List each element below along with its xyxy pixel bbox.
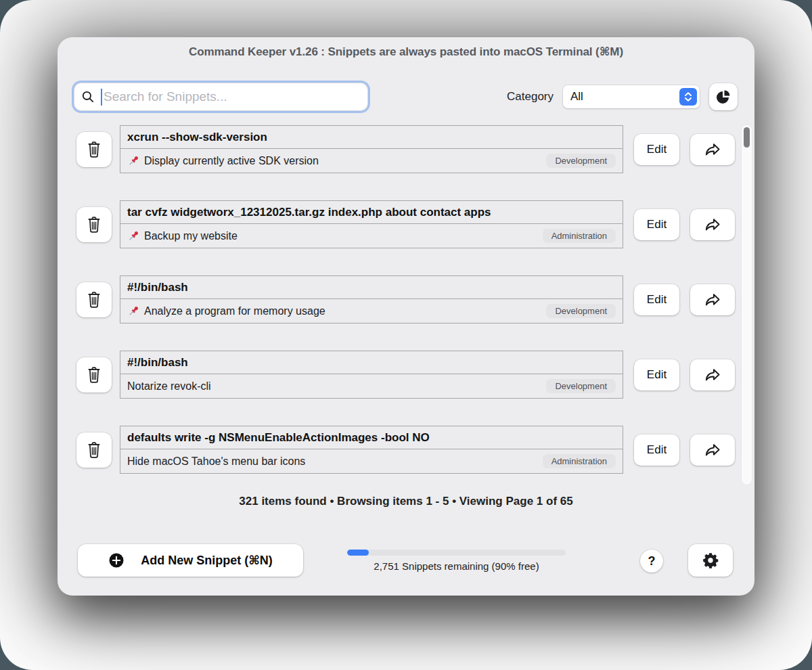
- snippet-description: Hide macOS Tahoe's menu bar icons: [127, 455, 305, 468]
- snippet-card[interactable]: tar cvfz widgetworx_12312025.tar.gz inde…: [120, 200, 623, 248]
- snippet-list: xcrun --show-sdk-version Display current…: [76, 125, 735, 501]
- progress-caption: 2,751 Snippets remaining (90% free): [347, 560, 566, 572]
- stats-pie-button[interactable]: [709, 83, 738, 110]
- trash-icon: [85, 365, 103, 384]
- snippet-command: tar cvfz widgetworx_12312025.tar.gz inde…: [120, 201, 623, 224]
- share-snippet-button[interactable]: [690, 134, 735, 165]
- snippet-row: #!/bin/bash Notarize revok-cli Developme…: [76, 351, 735, 399]
- delete-snippet-button[interactable]: [76, 432, 112, 468]
- share-icon: [704, 441, 722, 459]
- snippet-description: Backup my website: [144, 230, 238, 242]
- snippet-command: #!/bin/bash: [120, 351, 623, 374]
- category-badge: Development: [546, 154, 616, 168]
- status-line: 321 items found • Browsing items 1 - 5 •…: [58, 495, 754, 508]
- storage-progress: 2,751 Snippets remaining (90% free): [347, 550, 566, 572]
- snippet-meta: Backup my website Administration: [120, 224, 623, 248]
- share-icon: [704, 140, 722, 158]
- snippet-card[interactable]: #!/bin/bash Notarize revok-cli Developme…: [120, 351, 623, 399]
- snippet-card[interactable]: xcrun --show-sdk-version Display current…: [120, 125, 623, 173]
- category-badge: Administration: [543, 229, 616, 243]
- add-snippet-label: Add New Snippet (⌘N): [141, 553, 273, 568]
- category-group: Category All: [507, 83, 738, 110]
- category-select[interactable]: All: [563, 85, 700, 108]
- delete-snippet-button[interactable]: [76, 357, 112, 393]
- screenshot-canvas: Command Keeper v1.26 : Snippets are alwa…: [0, 0, 812, 670]
- edit-snippet-button[interactable]: Edit: [634, 209, 679, 240]
- search-field[interactable]: [74, 83, 367, 110]
- pushpin-icon: [127, 229, 140, 242]
- delete-snippet-button[interactable]: [76, 132, 112, 167]
- progress-bar: [347, 550, 566, 556]
- plus-icon: [108, 552, 125, 568]
- snippet-row: xcrun --show-sdk-version Display current…: [76, 125, 735, 173]
- category-badge: Development: [546, 379, 616, 393]
- window-title: Command Keeper v1.26 : Snippets are alwa…: [58, 45, 754, 59]
- delete-snippet-button[interactable]: [76, 207, 112, 242]
- edit-snippet-button[interactable]: Edit: [634, 134, 679, 165]
- snippet-card[interactable]: defaults write -g NSMenuEnableActionImag…: [120, 426, 623, 474]
- snippet-row: defaults write -g NSMenuEnableActionImag…: [76, 426, 735, 474]
- snippet-meta: Analyze a program for memory usage Devel…: [120, 299, 623, 323]
- category-selected-value: All: [570, 90, 583, 104]
- share-snippet-button[interactable]: [690, 434, 735, 466]
- pushpin-icon: [127, 305, 140, 317]
- trash-icon: [85, 441, 103, 460]
- select-stepper-icon: [679, 88, 697, 106]
- pie-chart-icon: [715, 89, 731, 105]
- trash-icon: [85, 140, 103, 159]
- snippet-description: Analyze a program for memory usage: [144, 305, 325, 317]
- gear-icon: [702, 552, 719, 569]
- category-badge: Administration: [543, 454, 616, 468]
- share-icon: [704, 290, 722, 309]
- snippet-card[interactable]: #!/bin/bash Analyze a program for memory…: [120, 275, 623, 323]
- delete-snippet-button[interactable]: [76, 282, 112, 317]
- settings-button[interactable]: [688, 544, 733, 577]
- search-input[interactable]: [102, 89, 361, 104]
- help-button[interactable]: ?: [640, 550, 663, 573]
- search-icon: [81, 90, 95, 104]
- snippet-command: xcrun --show-sdk-version: [120, 126, 623, 149]
- snippet-row: #!/bin/bash Analyze a program for memory…: [76, 275, 735, 323]
- trash-icon: [85, 290, 103, 309]
- share-icon: [704, 365, 722, 384]
- snippet-meta: Display currently active SDK version Dev…: [120, 149, 623, 173]
- edit-snippet-button[interactable]: Edit: [634, 434, 679, 466]
- snippet-command: defaults write -g NSMenuEnableActionImag…: [120, 426, 623, 449]
- category-badge: Development: [546, 304, 616, 318]
- share-icon: [704, 215, 722, 233]
- snippet-meta: Notarize revok-cli Development: [120, 374, 623, 398]
- progress-fill: [347, 550, 369, 556]
- share-snippet-button[interactable]: [690, 359, 735, 390]
- share-snippet-button[interactable]: [690, 209, 735, 240]
- snippet-command: #!/bin/bash: [120, 276, 623, 299]
- scrollbar-thumb[interactable]: [744, 127, 750, 148]
- pushpin-icon: [127, 154, 140, 167]
- snippet-meta: Hide macOS Tahoe's menu bar icons Admini…: [120, 449, 623, 473]
- edit-snippet-button[interactable]: Edit: [634, 284, 679, 315]
- snippet-description: Notarize revok-cli: [127, 380, 211, 393]
- snippet-description: Display currently active SDK version: [144, 155, 319, 167]
- toolbar: Category All: [74, 83, 738, 111]
- add-snippet-button[interactable]: Add New Snippet (⌘N): [78, 544, 303, 577]
- scrollbar-track[interactable]: [742, 125, 752, 485]
- edit-snippet-button[interactable]: Edit: [634, 359, 679, 390]
- share-snippet-button[interactable]: [690, 284, 735, 315]
- category-label: Category: [507, 90, 554, 104]
- app-window: Command Keeper v1.26 : Snippets are alwa…: [58, 37, 754, 596]
- trash-icon: [85, 215, 103, 234]
- snippet-row: tar cvfz widgetworx_12312025.tar.gz inde…: [76, 200, 735, 248]
